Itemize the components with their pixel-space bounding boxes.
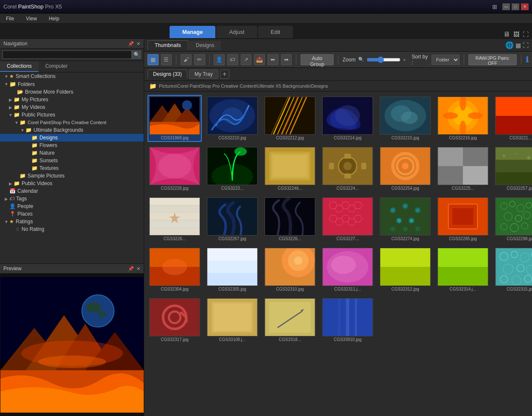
thumb-item[interactable]: CGS31868.jpg bbox=[148, 95, 202, 142]
subtab-my-tray[interactable]: My Tray bbox=[189, 69, 218, 79]
thumb-item[interactable]: CGS32317.jpg bbox=[148, 297, 202, 344]
thumb-item[interactable]: CGS32312.jpg bbox=[378, 246, 432, 293]
menu-file[interactable]: File bbox=[3, 15, 17, 22]
tree-item-calendar[interactable]: 📅 Calendar bbox=[0, 187, 144, 195]
preview-close-icon[interactable]: ✕ bbox=[136, 266, 140, 272]
thumb-item[interactable]: CGS32304.jpg bbox=[148, 246, 202, 293]
subtab-designs[interactable]: Designs (33) bbox=[148, 69, 187, 79]
person-tool-button[interactable]: 👤 bbox=[214, 54, 225, 65]
expand-icon[interactable]: ▶ bbox=[8, 97, 14, 102]
tab-designs[interactable]: Designs bbox=[189, 41, 221, 50]
grid-icon[interactable]: ⊞ bbox=[492, 3, 497, 10]
menu-help[interactable]: Help bbox=[46, 15, 62, 22]
raw-jpg-button[interactable]: RAW/JPG Pairs: OFF bbox=[468, 54, 517, 65]
thumb-item[interactable]: CGS3226... bbox=[148, 196, 202, 243]
thumb-item[interactable]: CGS32246... bbox=[263, 145, 317, 192]
minimize-button[interactable]: — bbox=[502, 3, 510, 10]
fullscreen-icon[interactable]: ⛶ bbox=[523, 42, 529, 49]
tree-item-corel-content[interactable]: ▼ 📁 Corel PaintShop Pro Creative Content bbox=[0, 119, 144, 126]
thumb-item[interactable]: CGS32305.jpg bbox=[205, 246, 259, 293]
tab-collections[interactable]: Collections bbox=[0, 61, 39, 72]
auto-group-button[interactable]: Auto Group bbox=[301, 54, 334, 65]
tree-item-public-videos[interactable]: ▶ 📁 Public Videos bbox=[0, 180, 144, 187]
tab-manage[interactable]: Manage bbox=[170, 26, 215, 38]
thumb-item[interactable]: CGS3318... bbox=[263, 297, 317, 344]
thumb-item[interactable]: CGS32214.jpg bbox=[320, 95, 375, 142]
tree-item-folders[interactable]: ▼ 📁 Folders bbox=[0, 80, 144, 88]
thumb-item[interactable]: CGS32311.j... bbox=[320, 246, 375, 293]
tree-item-tags[interactable]: ▶ 🏷 Tags bbox=[0, 195, 144, 202]
import1-tool-button[interactable]: ⬅ bbox=[267, 54, 279, 65]
thumb-item[interactable]: CGS32212.jpg bbox=[263, 95, 317, 142]
import2-tool-button[interactable]: ➡ bbox=[281, 54, 292, 65]
tree-item-textures[interactable]: 📁 Textures bbox=[0, 164, 144, 172]
thumb-item[interactable]: CGS32310.jpg bbox=[263, 246, 317, 293]
thumb-item[interactable]: CGS33910.jpg bbox=[320, 297, 375, 344]
nav-close-icon[interactable]: ✕ bbox=[136, 41, 140, 47]
tree-item-sample-pictures[interactable]: 📁 Sample Pictures bbox=[0, 172, 144, 180]
expand-icon[interactable]: ▼ bbox=[3, 82, 9, 86]
detail-view-button[interactable]: ☰ bbox=[161, 54, 172, 65]
monitor-icon[interactable]: 🖥 bbox=[503, 31, 510, 38]
thumb-item[interactable]: CGS32315.jpg bbox=[493, 246, 532, 293]
expand-icon[interactable]: ▶ bbox=[8, 181, 14, 186]
fullscreen-icon[interactable]: ⛶ bbox=[523, 31, 529, 38]
zoom-in-icon[interactable]: + bbox=[403, 57, 406, 62]
thumbnail-view-button[interactable]: ▦ bbox=[148, 54, 159, 65]
tree-item-flowers[interactable]: 📁 Flowers bbox=[0, 141, 144, 149]
thumb-item[interactable]: CGS3225... bbox=[436, 145, 490, 192]
tag-tool-button[interactable]: 🏷 bbox=[227, 54, 238, 65]
tree-item-designs[interactable]: 📁 Designs bbox=[0, 134, 144, 141]
brush-tool-button[interactable]: 🖌 bbox=[181, 54, 192, 65]
image-icon[interactable]: 🖼 bbox=[513, 31, 519, 38]
thumb-item[interactable]: CGS32228.jpg bbox=[148, 145, 202, 192]
tree-item-sunsets[interactable]: 📁 Sunsets bbox=[0, 157, 144, 164]
thumb-item[interactable]: CGS32267.jpg bbox=[205, 196, 259, 243]
preview-pin-icon[interactable]: 📌 bbox=[128, 266, 134, 272]
thumb-item[interactable]: CGS32274.jpg bbox=[378, 196, 432, 243]
tree-item-people[interactable]: 👤 People bbox=[0, 202, 144, 210]
thumb-item[interactable]: CGS32314.j... bbox=[436, 246, 490, 293]
tree-item-places[interactable]: 📍 Places bbox=[0, 210, 144, 218]
tab-adjust[interactable]: Adjust bbox=[216, 26, 257, 38]
view-icon[interactable]: ▦ bbox=[515, 42, 521, 49]
search-button[interactable]: 🔍 bbox=[132, 50, 141, 59]
tree-item-public-pictures[interactable]: ▼ 📁 Public Pictures bbox=[0, 111, 144, 119]
thumb-item[interactable]: CGS32216.jpg bbox=[436, 95, 490, 142]
search-input[interactable] bbox=[3, 50, 132, 59]
globe-icon[interactable]: 🌐 bbox=[505, 41, 514, 49]
expand-icon[interactable]: ▼ bbox=[8, 113, 14, 117]
expand-icon[interactable]: ▼ bbox=[3, 74, 9, 79]
thumb-item[interactable]: CGS32285.jpg bbox=[436, 196, 490, 243]
tab-edit[interactable]: Edit bbox=[258, 26, 293, 38]
tree-item-ultimate-bg[interactable]: ▼ 📁 Ultimate Backgrounds bbox=[0, 126, 144, 134]
close-button[interactable]: ✕ bbox=[521, 3, 529, 10]
thumb-item[interactable]: CGS3226... bbox=[263, 196, 317, 243]
thumb-item[interactable]: CGS32298.jpg bbox=[493, 196, 532, 243]
zoom-slider[interactable] bbox=[367, 56, 401, 63]
thumb-item[interactable]: CGS33108.j... bbox=[205, 297, 259, 344]
tree-item-no-rating[interactable]: ☆ No Rating bbox=[0, 225, 144, 233]
export-tool-button[interactable]: 📤 bbox=[254, 54, 265, 65]
thumb-item[interactable]: CGS32257.jpg bbox=[493, 145, 532, 192]
maximize-button[interactable]: □ bbox=[512, 3, 519, 10]
tree-item-my-pictures[interactable]: ▶ 📁 My Pictures bbox=[0, 96, 144, 103]
thumb-item[interactable]: CGS32215.jpg bbox=[378, 95, 432, 142]
tree-item-browse[interactable]: 📂 Browse More Folders bbox=[0, 88, 144, 96]
expand-icon[interactable]: ▶ bbox=[3, 197, 9, 201]
nav-pin-icon[interactable]: 📌 bbox=[128, 41, 134, 47]
share-tool-button[interactable]: ↗ bbox=[241, 54, 252, 65]
thumb-item[interactable]: CGS32210.jpg bbox=[205, 95, 259, 142]
thumb-item[interactable]: CGS32254.jpg bbox=[378, 145, 432, 192]
sort-dropdown[interactable]: Folder Name Date Size bbox=[432, 55, 460, 65]
tree-item-my-videos[interactable]: ▶ 📁 My Videos bbox=[0, 103, 144, 111]
thumb-item[interactable]: CGS3227... bbox=[320, 196, 375, 243]
expand-icon[interactable]: ▼ bbox=[3, 219, 9, 224]
info-button[interactable]: ℹ bbox=[526, 55, 529, 64]
zoom-out-icon[interactable]: 🔍 bbox=[358, 57, 364, 62]
thumb-item[interactable]: CGS3224... bbox=[320, 145, 375, 192]
tab-thumbnails[interactable]: Thumbnails bbox=[148, 40, 188, 50]
tree-item-ratings[interactable]: ▼ ★ Ratings bbox=[0, 218, 144, 225]
eraser-tool-button[interactable]: ✏ bbox=[194, 54, 205, 65]
menu-view[interactable]: View bbox=[23, 15, 39, 22]
